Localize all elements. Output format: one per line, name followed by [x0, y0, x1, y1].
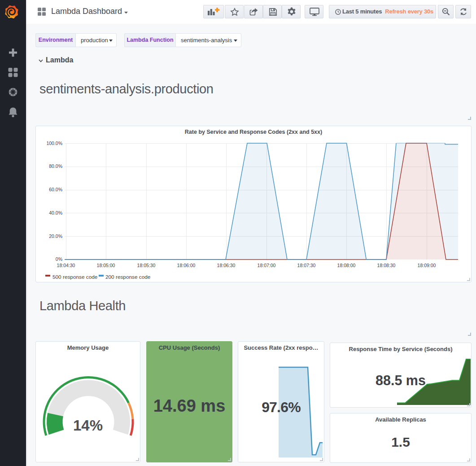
svg-text:18:08:00: 18:08:00 — [337, 263, 356, 268]
svg-text:500 response code: 500 response code — [52, 274, 98, 280]
svg-text:0%: 0% — [56, 256, 62, 262]
svg-text:18:06:00: 18:06:00 — [177, 263, 196, 268]
svg-text:60.0%: 60.0% — [49, 187, 62, 192]
svg-text:200 response code: 200 response code — [105, 274, 151, 280]
svg-text:18:05:00: 18:05:00 — [97, 263, 115, 268]
svg-text:18:06:30: 18:06:30 — [217, 263, 236, 268]
svg-text:18:04:30: 18:04:30 — [57, 263, 75, 268]
svg-text:18:09:00: 18:09:00 — [418, 263, 436, 268]
svg-text:18:07:00: 18:07:00 — [258, 263, 276, 268]
svg-text:18:05:30: 18:05:30 — [137, 263, 156, 268]
svg-text:18:08:30: 18:08:30 — [377, 263, 396, 268]
svg-text:18:07:30: 18:07:30 — [297, 263, 316, 268]
svg-text:40.0%: 40.0% — [49, 210, 62, 215]
svg-text:80.0%: 80.0% — [49, 163, 62, 169]
svg-text:100.0%: 100.0% — [46, 141, 62, 146]
svg-text:20.0%: 20.0% — [49, 233, 62, 239]
